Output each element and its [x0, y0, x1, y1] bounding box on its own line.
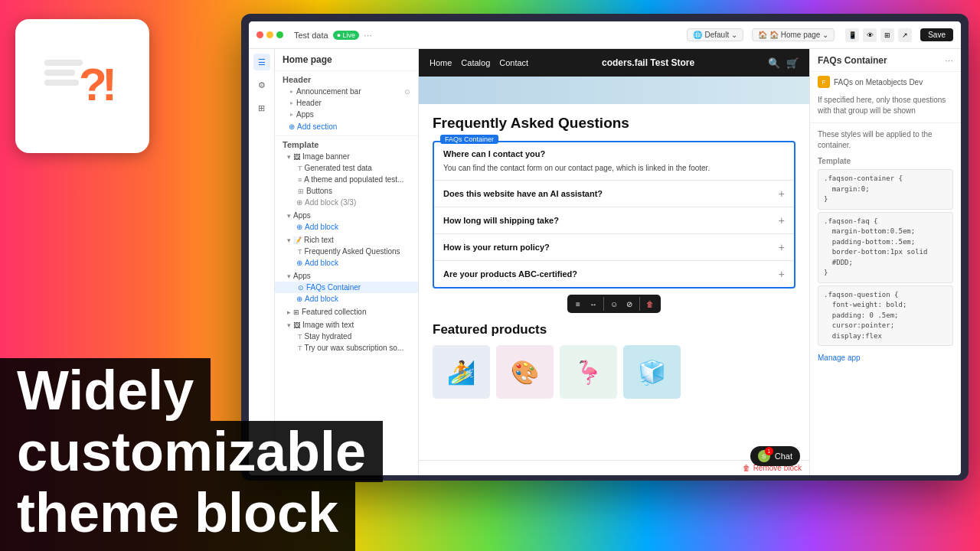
code-block-2: .faqson-faq { margin-bottom:0.5em; paddi… [818, 212, 953, 283]
store-header: Home Catalog Contact coders.fail Test St… [419, 49, 809, 77]
preview-area: Home Catalog Contact coders.fail Test St… [419, 49, 809, 475]
tree-add-block-apps[interactable]: ⊕Add block [275, 221, 418, 233]
store-nav: Home Catalog Contact [430, 58, 528, 67]
minimize-dot [266, 31, 273, 38]
close-dot [256, 31, 263, 38]
grid-icon[interactable]: ⊞ [880, 28, 894, 42]
globe-icon: 🌐 [693, 31, 702, 39]
tree-item-apps-2[interactable]: ▾ Apps [275, 270, 418, 282]
toolbar-sep-2 [639, 297, 640, 311]
faq-toolbar: ≡ ↔ ☺ ⊘ 🗑 [567, 295, 661, 313]
tree-item-faqs-container[interactable]: ⊙ FAQs Container [275, 282, 418, 293]
overlay-line3: theme block [0, 482, 355, 551]
faq-container-label: FAQs Container [440, 135, 498, 144]
faq-plus-3: + [779, 241, 785, 253]
sidebar-icon-blocks[interactable]: ⊞ [253, 99, 270, 116]
tree-item-image-text[interactable]: ▾ 🖼 Image with text [275, 319, 418, 331]
store-header-icons: 🔍 🛒 [768, 57, 799, 69]
product-card-3[interactable]: 🧊 [623, 345, 681, 399]
sidebar-icon-pages[interactable]: ☰ [253, 54, 270, 70]
tree-item-faq-text[interactable]: T Frequently Asked Questions [275, 246, 418, 257]
faq-question-3: How is your return policy? [443, 243, 550, 252]
faq-item-4[interactable]: Are your products ABC-certified? + [434, 261, 794, 287]
tree-item-theme[interactable]: ≡ A theme and populated test... [275, 174, 418, 185]
share-icon[interactable]: ↗ [898, 28, 912, 42]
nav-home[interactable]: Home [430, 58, 452, 67]
sidebar-icon-settings[interactable]: ⚙ [253, 77, 270, 93]
code-block-3: .faqson-question { font-weight: bold; pa… [818, 285, 953, 347]
svg-rect-0 [44, 60, 83, 66]
overlay-line2: customizable [0, 421, 383, 482]
store-title: coders.fail Test Store [539, 57, 757, 68]
app-badge-text: FAQs on Metaobjects Dev [834, 78, 923, 86]
maximize-dot [276, 31, 283, 38]
right-panel-header: FAQs Container ··· [810, 49, 961, 72]
toolbar-btn-resize[interactable]: ↔ [586, 297, 600, 311]
faq-item-2[interactable]: How long will shipping take? + [434, 207, 794, 234]
right-panel-dots[interactable]: ··· [945, 54, 953, 66]
topbar-action-icons: 📱 👁 ⊞ ↗ [845, 28, 912, 42]
chat-notification-badge: 1 [765, 447, 773, 455]
manage-app-link[interactable]: Manage app [810, 348, 961, 367]
tree-add-block-rich[interactable]: ⊕Add block [275, 257, 418, 269]
svg-rect-1 [44, 70, 75, 76]
product-card-1[interactable]: 🎨 [496, 345, 554, 399]
trash-icon: 🗑 [743, 464, 750, 472]
tree-item-image-banner[interactable]: ▾ 🖼 Image banner [275, 151, 418, 162]
tree-item-add-block-1[interactable]: ⊕Add block (3/3) [275, 197, 418, 208]
faq-plus-2: + [779, 214, 785, 227]
faq-item-1[interactable]: Does this website have an AI assistant? … [434, 181, 794, 207]
topbar-homepage-btn[interactable]: 🏠 🏠 Home page ⌄ [752, 28, 835, 41]
featured-title: Featured products [433, 322, 795, 337]
toolbar-btn-move[interactable]: ≡ [571, 297, 585, 311]
eye-icon[interactable]: 👁 [863, 28, 877, 42]
tree-section-header: Header [275, 71, 418, 86]
right-panel-title: FAQs Container [818, 55, 887, 66]
nav-contact[interactable]: Contact [499, 58, 528, 67]
toolbar-btn-emoji[interactable]: ☺ [607, 297, 621, 311]
tree-item-wax[interactable]: T Try our wax subscription so... [275, 342, 418, 354]
faq-item-3[interactable]: How is your return policy? + [434, 234, 794, 261]
tree-add-section[interactable]: ⊕Add section [275, 120, 418, 133]
toolbar-btn-link[interactable]: ⊘ [622, 297, 636, 311]
faq-container: FAQs Container Where can I contact you? … [433, 141, 795, 289]
tree-add-block-apps2[interactable]: ⊕Add block [275, 293, 418, 305]
window-controls [256, 31, 283, 38]
shopify-chat-icon: S 1 [758, 450, 770, 462]
save-button[interactable]: Save [920, 28, 953, 41]
svg-text:!: ! [102, 59, 117, 110]
topbar-dots-menu[interactable]: ··· [364, 29, 372, 41]
faq-answer-0: You can find the contact form on our con… [443, 162, 785, 174]
faq-item-0[interactable]: Where can I contact you? You can find th… [434, 142, 794, 181]
tree-item-generated[interactable]: T Generated test data [275, 162, 418, 174]
tree-item-stay-hydrated[interactable]: T Stay hydrated [275, 331, 418, 342]
faq-question-1: Does this website have an AI assistant? [443, 189, 603, 198]
tree-item-announcement[interactable]: ▸ Announcement bar ⊙ [275, 86, 418, 97]
topbar-default-btn[interactable]: 🌐 Default ⌄ [687, 28, 743, 41]
devices-icon[interactable]: 📱 [845, 28, 859, 42]
nav-catalog[interactable]: Catalog [461, 58, 490, 67]
tree-item-featured[interactable]: ▸ ⊞ Featured collection [275, 306, 418, 318]
live-badge: ● Live [333, 31, 359, 40]
cart-icon[interactable]: 🛒 [786, 57, 799, 69]
chat-widget[interactable]: S 1 Chat [750, 446, 800, 466]
toolbar-sep-1 [603, 297, 604, 311]
right-panel-badge-row: F FAQs on Metaobjects Dev [810, 72, 961, 92]
code-block-1: .faqson-container { margin:0;} [818, 169, 953, 210]
store-hero-banner [419, 77, 809, 104]
tree-item-buttons[interactable]: ⊞ Buttons [275, 185, 418, 197]
homepage-label: 🏠 Home page ⌄ [769, 31, 828, 39]
tree-item-rich-text[interactable]: ▾ 📝 Rich text [275, 234, 418, 246]
app-badge-icon: F [818, 76, 830, 88]
tree-item-header[interactable]: ▸ Header [275, 97, 418, 109]
tree-item-apps-1[interactable]: ▾ Apps [275, 210, 418, 221]
product-card-2[interactable]: 🦩 [560, 345, 617, 399]
tree-item-apps-header[interactable]: ▸ Apps [275, 109, 418, 120]
overlay-line1: Widely [0, 358, 211, 421]
chat-label: Chat [775, 452, 792, 461]
right-panel-desc2: These styles will be applied to the cont… [810, 126, 961, 154]
right-panel: FAQs Container ··· F FAQs on Metaobjects… [809, 49, 961, 475]
product-card-0[interactable]: 🏄 [433, 345, 490, 399]
search-icon[interactable]: 🔍 [768, 57, 780, 69]
toolbar-btn-delete[interactable]: 🗑 [643, 297, 657, 311]
